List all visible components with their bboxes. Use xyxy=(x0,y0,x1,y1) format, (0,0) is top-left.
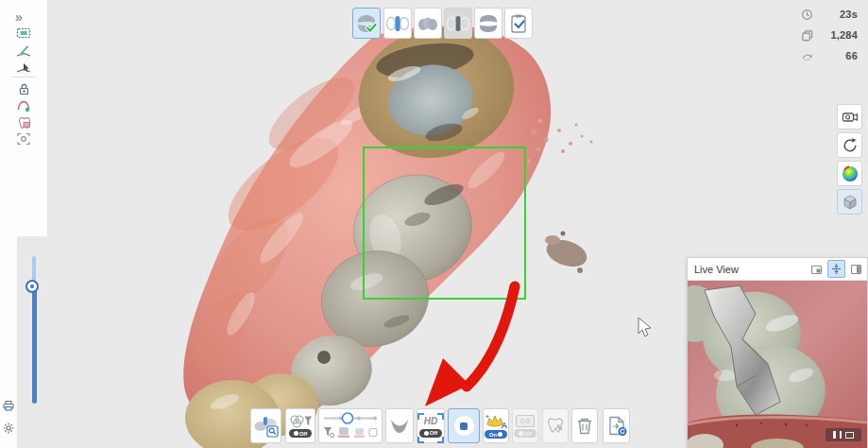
toggle-label: Off xyxy=(524,431,533,437)
scan-review-zoom-icon xyxy=(253,414,280,439)
select-arrow-icon xyxy=(15,60,32,76)
delete-scan-button[interactable] xyxy=(571,408,598,443)
toggle-label: Off xyxy=(430,430,438,436)
view-cube-button[interactable] xyxy=(837,189,862,215)
color-sphere-icon xyxy=(841,164,859,183)
reset-view-button[interactable] xyxy=(837,132,862,158)
edit-surface-tool-button[interactable] xyxy=(15,43,32,59)
hd-corner xyxy=(417,437,424,443)
scan-time-value: 23s xyxy=(813,9,858,20)
tool-divider xyxy=(12,77,35,78)
toggle-dot xyxy=(519,431,523,436)
lower-arch-icon xyxy=(416,12,440,35)
rescan-count-value: 66 xyxy=(813,50,858,61)
stage-full-arch-button[interactable] xyxy=(352,8,381,39)
detail-slider[interactable] xyxy=(321,412,380,424)
live-view-feed xyxy=(688,281,867,448)
snapshot-icon xyxy=(810,264,823,275)
margin-line-tool-button[interactable] xyxy=(15,115,32,130)
stage-checklist-button[interactable] xyxy=(504,8,533,39)
dental-arch-icon xyxy=(388,417,411,436)
stop-square xyxy=(460,422,468,430)
record-video-button[interactable] xyxy=(837,104,862,129)
video-camera-icon xyxy=(841,108,859,127)
stage-scanbody-button[interactable] xyxy=(383,8,412,39)
lock-icon xyxy=(15,81,32,96)
dock-panel-icon xyxy=(830,263,842,275)
zoom-slider-handle[interactable] xyxy=(26,280,39,293)
color-filter-button[interactable]: Off xyxy=(285,408,315,443)
focus-brackets-icon xyxy=(15,131,32,146)
detail-level-icons xyxy=(321,425,380,439)
stage-lower-arch-button[interactable] xyxy=(414,8,442,39)
stage-occlusion-button[interactable] xyxy=(474,8,502,39)
snapshot-button[interactable] xyxy=(808,260,825,278)
hd-label: HD xyxy=(424,416,437,426)
toggle-label: Off xyxy=(299,431,308,437)
trim-icon xyxy=(15,26,32,41)
color-filter-toggle[interactable]: Off xyxy=(289,429,312,438)
stop-scan-button[interactable] xyxy=(448,408,480,443)
zoom-slider[interactable] xyxy=(29,256,39,405)
refine-tooth-button[interactable] xyxy=(542,408,569,443)
collapse-sidebar-button[interactable]: » xyxy=(15,9,23,25)
cube-icon xyxy=(841,193,859,212)
edit-pencil-icon xyxy=(15,43,32,59)
full-arch-icon xyxy=(354,12,379,35)
svg-text:A: A xyxy=(502,421,508,430)
arch-settings-tool-button[interactable] xyxy=(15,98,32,113)
occlusion-icon xyxy=(476,12,501,35)
color-map-button[interactable] xyxy=(837,161,862,186)
scan-selection-box xyxy=(363,146,526,300)
refresh-icon xyxy=(841,136,859,155)
stage-scanbody-dark-button[interactable] xyxy=(444,8,472,39)
ai-crown-icon: A xyxy=(484,413,508,429)
remote-device-icon xyxy=(514,414,536,428)
auto-ai-toggle[interactable]: On xyxy=(485,430,507,439)
hd-corner xyxy=(437,437,444,443)
left-bottom-strip xyxy=(0,236,18,448)
arch-view-button[interactable] xyxy=(385,408,414,443)
stat-scan-time: 23s xyxy=(801,8,858,21)
stat-frame-count: 1,284 xyxy=(801,28,858,42)
zoom-slider-track-lower[interactable] xyxy=(32,286,37,404)
settings-button[interactable] xyxy=(2,422,15,435)
live-view-panel: Live View xyxy=(687,257,868,448)
toggle-dot xyxy=(498,432,502,437)
remote-device-toggle[interactable]: Off xyxy=(514,429,536,438)
live-view-title: Live View xyxy=(688,264,808,275)
export-document-icon xyxy=(605,415,628,438)
fullscreen-icon xyxy=(845,432,854,439)
gear-icon xyxy=(2,422,15,435)
live-view-header: Live View xyxy=(688,258,867,281)
dock-panel-button[interactable] xyxy=(827,260,845,278)
split-layout-button[interactable] xyxy=(847,260,865,278)
auto-ai-crown-button[interactable]: A On xyxy=(483,408,509,443)
texture-detail-button[interactable] xyxy=(318,408,383,443)
scan-review-zoom-button[interactable] xyxy=(250,408,281,443)
scanbody-dark-icon xyxy=(446,12,470,35)
hd-corner xyxy=(417,413,424,420)
lock-surface-tool-button[interactable] xyxy=(15,81,32,96)
trim-scan-tool-button[interactable] xyxy=(15,26,32,41)
split-layout-icon xyxy=(850,264,862,275)
trash-icon xyxy=(574,416,595,437)
frame-count-value: 1,284 xyxy=(813,29,858,41)
tooth-sparkle-icon xyxy=(544,416,567,437)
scan-app-window: » xyxy=(0,0,868,448)
select-surface-tool-button[interactable] xyxy=(15,60,32,76)
pause-icon xyxy=(833,431,836,439)
remote-device-button[interactable]: Off xyxy=(512,408,538,443)
export-rescan-button[interactable] xyxy=(603,408,630,443)
stop-icon xyxy=(454,416,474,436)
live-camera-image xyxy=(688,281,867,448)
video-controls-overlay[interactable] xyxy=(825,428,861,441)
left-tool-panel: » xyxy=(0,0,48,236)
hd-label-wrap: HD xyxy=(419,415,442,428)
clock-icon xyxy=(801,9,813,21)
focus-capture-tool-button[interactable] xyxy=(15,131,32,146)
frames-icon xyxy=(801,29,813,42)
rescan-icon xyxy=(801,50,813,62)
hd-capture-button[interactable]: HD Off xyxy=(417,408,445,443)
print-button[interactable] xyxy=(2,399,15,412)
